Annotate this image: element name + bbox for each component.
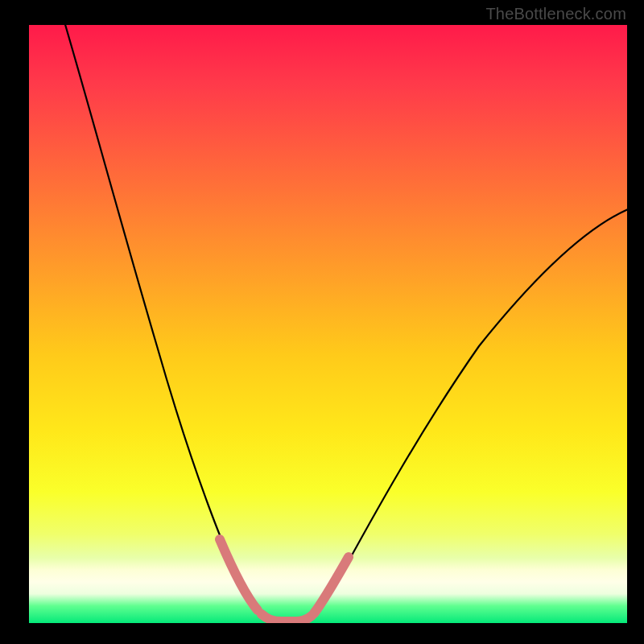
- chart-svg: [28, 24, 628, 624]
- left-falling-segment: [220, 539, 258, 610]
- chart-container: TheBottleneck.com: [0, 0, 644, 644]
- watermark-text: TheBottleneck.com: [485, 5, 626, 23]
- right-rising-segment: [314, 557, 349, 613]
- plot-area: [28, 24, 628, 624]
- bottleneck-curve: [58, 24, 628, 621]
- valley-bottom-segment: [262, 614, 312, 621]
